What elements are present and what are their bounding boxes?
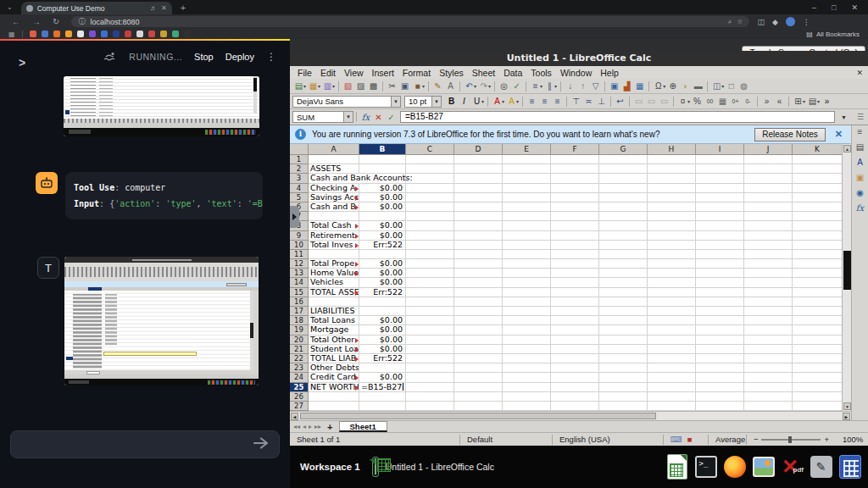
window-close-button[interactable]: ✕ bbox=[851, 3, 858, 12]
number-format-icon[interactable]: 00 bbox=[704, 95, 716, 108]
cell-F23[interactable] bbox=[551, 363, 599, 373]
cell-F26[interactable] bbox=[551, 392, 599, 402]
infobar-close-icon[interactable]: ✕ bbox=[835, 129, 843, 140]
row-header-9[interactable]: 9 bbox=[290, 231, 309, 241]
cell-C27[interactable] bbox=[406, 402, 454, 411]
percent-format-icon[interactable]: % bbox=[691, 95, 704, 108]
merge-cells-icon[interactable]: ▭ bbox=[632, 95, 645, 108]
cell-E14[interactable] bbox=[503, 278, 551, 287]
cell-F14[interactable] bbox=[551, 278, 599, 287]
print-preview-icon[interactable]: ▩ bbox=[367, 80, 380, 92]
sort-descending-icon[interactable]: ↑ bbox=[576, 80, 589, 92]
cell-C12[interactable] bbox=[406, 259, 454, 269]
cell-J22[interactable] bbox=[744, 354, 793, 363]
app-menu-icon[interactable]: ⋮ bbox=[266, 51, 276, 63]
cell-F27[interactable] bbox=[551, 402, 599, 411]
cell-E1[interactable] bbox=[503, 155, 551, 164]
column-header-J[interactable]: J bbox=[744, 144, 793, 155]
bookmark-favicon[interactable] bbox=[113, 30, 120, 37]
chevron-down-icon[interactable]: ▾ bbox=[318, 83, 320, 89]
sidebar-settings-icon[interactable]: ≡ bbox=[858, 127, 863, 136]
chevron-down-icon[interactable]: ▼ bbox=[391, 97, 400, 107]
cell-F12[interactable] bbox=[551, 259, 599, 269]
zoom-thumb[interactable] bbox=[788, 436, 792, 443]
cell-C20[interactable] bbox=[406, 336, 454, 345]
vertical-scroll-thumb[interactable] bbox=[843, 251, 851, 290]
cell-K21[interactable] bbox=[793, 345, 842, 354]
cell-C18[interactable] bbox=[406, 316, 454, 325]
cell-D14[interactable] bbox=[454, 278, 503, 287]
bookmark-favicon[interactable] bbox=[65, 30, 72, 37]
bookmark-favicon[interactable] bbox=[77, 30, 84, 37]
menu-data[interactable]: Data bbox=[499, 68, 526, 78]
cell-B7[interactable] bbox=[359, 212, 406, 221]
properties-icon[interactable]: ▤ bbox=[856, 142, 864, 152]
screenshot-thumbnail-2[interactable] bbox=[64, 257, 259, 385]
cell-J23[interactable] bbox=[744, 363, 793, 373]
cell-B4[interactable]: $0.00 bbox=[359, 184, 406, 193]
cell-G21[interactable] bbox=[599, 345, 648, 354]
cell-B22[interactable]: Err:522 bbox=[359, 354, 406, 363]
cell-D3[interactable] bbox=[454, 174, 503, 183]
cell-D9[interactable] bbox=[454, 231, 503, 241]
first-sheet-arrow[interactable]: ◂◂ bbox=[293, 423, 300, 430]
menu-format[interactable]: Format bbox=[398, 68, 435, 78]
cell-J16[interactable] bbox=[744, 297, 793, 307]
cell-D20[interactable] bbox=[454, 336, 503, 345]
cell-A18[interactable]: Total Loans bbox=[309, 316, 359, 325]
cell-E22[interactable] bbox=[503, 354, 551, 363]
cell-J7[interactable] bbox=[744, 212, 793, 221]
cell-B1[interactable] bbox=[359, 155, 406, 164]
column-header-D[interactable]: D bbox=[454, 144, 503, 155]
column-header-C[interactable]: C bbox=[406, 144, 454, 155]
cell-G4[interactable] bbox=[599, 184, 648, 193]
bookmark-favicon[interactable] bbox=[42, 30, 48, 37]
print-icon[interactable]: ▨ bbox=[354, 80, 367, 92]
cancel-button[interactable]: ✕ bbox=[372, 111, 385, 124]
cell-I12[interactable] bbox=[696, 259, 744, 269]
overflow-icon[interactable]: » bbox=[821, 95, 833, 108]
cell-C5[interactable] bbox=[406, 193, 454, 202]
cell-B20[interactable]: $0.00 bbox=[359, 336, 406, 345]
cell-C4[interactable] bbox=[406, 184, 454, 193]
cell-G9[interactable] bbox=[599, 231, 648, 241]
insert-image-icon[interactable]: ▣ bbox=[608, 80, 620, 92]
cell-G10[interactable] bbox=[599, 241, 648, 250]
cell-J24[interactable] bbox=[744, 373, 793, 382]
row-header-17[interactable]: 17 bbox=[290, 307, 309, 316]
cut-icon[interactable]: ✂ bbox=[386, 80, 398, 92]
bookmark-favicon[interactable] bbox=[136, 30, 143, 37]
cell-A20[interactable]: Total Other bbox=[309, 336, 359, 345]
cell-K17[interactable] bbox=[793, 307, 842, 316]
cell-K5[interactable] bbox=[793, 193, 842, 202]
cell-C17[interactable] bbox=[406, 307, 454, 316]
cell-K22[interactable] bbox=[793, 354, 842, 363]
page-style[interactable]: Default bbox=[460, 435, 552, 444]
delete-decimal-icon[interactable]: 0- bbox=[742, 95, 754, 108]
cell-A17[interactable]: LIABILITIES bbox=[309, 307, 359, 316]
cell-G7[interactable] bbox=[599, 212, 648, 221]
previous-sheet-arrow[interactable]: ◂ bbox=[303, 423, 306, 430]
stop-button[interactable]: Stop bbox=[194, 52, 214, 62]
cell-G2[interactable] bbox=[599, 164, 648, 174]
cell-C8[interactable] bbox=[406, 221, 454, 230]
cell-A15[interactable]: TOTAL ASSE bbox=[309, 288, 359, 297]
cell-F1[interactable] bbox=[551, 155, 599, 164]
cell-B5[interactable]: $0.00 bbox=[359, 193, 406, 202]
screenshot-thumbnail-1[interactable] bbox=[64, 76, 259, 136]
side-panel-icon[interactable]: ◫ bbox=[757, 18, 765, 26]
cell-K20[interactable] bbox=[793, 336, 842, 345]
cell-D27[interactable] bbox=[454, 402, 503, 411]
cell-F20[interactable] bbox=[551, 336, 599, 345]
chevron-down-icon[interactable]: ▾ bbox=[687, 98, 690, 104]
selection-aggregate[interactable]: Average: 0; Sum: 0 bbox=[709, 435, 746, 444]
row-header-26[interactable]: 26 bbox=[290, 392, 309, 402]
cell-I26[interactable] bbox=[696, 392, 744, 402]
cell-E23[interactable] bbox=[503, 363, 551, 373]
cell-E27[interactable] bbox=[503, 402, 551, 411]
cell-D25[interactable] bbox=[454, 383, 503, 392]
cell-I25[interactable] bbox=[696, 383, 744, 392]
calc-launcher-icon[interactable] bbox=[665, 453, 688, 480]
cell-H20[interactable] bbox=[648, 336, 696, 345]
cell-E17[interactable] bbox=[503, 307, 551, 316]
